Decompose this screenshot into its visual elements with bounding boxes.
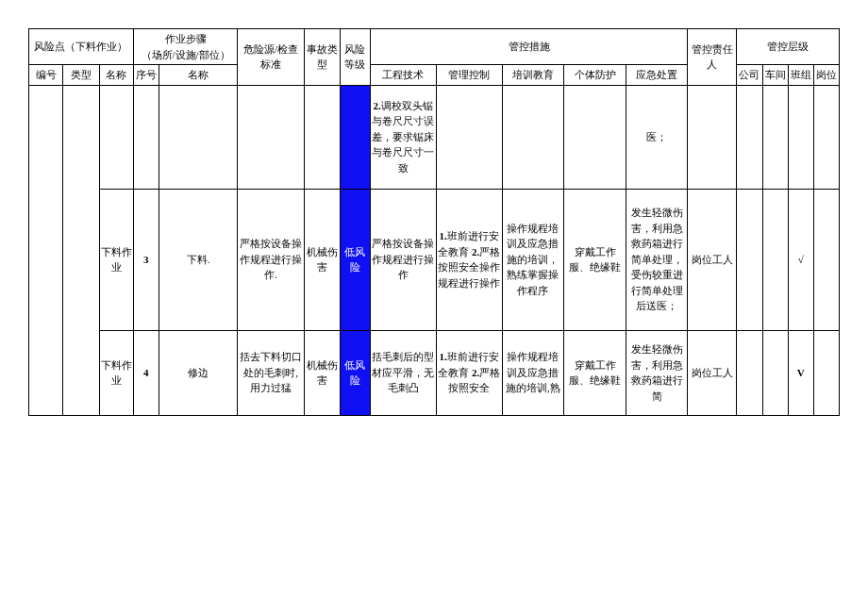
hdr-company: 公司 [737, 65, 762, 86]
cell-hazard: 严格按设备操作规程进行操作. [238, 189, 304, 330]
cell-name: 下料作业 [99, 189, 133, 330]
hdr-step: 作业步骤 （场所/设施/部位） [133, 29, 238, 65]
hdr-eng: 工程技术 [370, 65, 436, 86]
hdr-step-name: 名称 [159, 65, 238, 86]
hdr-train: 培训教育 [502, 65, 564, 86]
cell-team: √ [788, 189, 813, 330]
table-row: 2.调校双头锯与卷尺尺寸误差，要求锯床与卷尺尺寸一致 医； [29, 85, 840, 189]
hdr-measures: 管控措施 [370, 29, 688, 65]
hdr-ppe: 个体防护 [564, 65, 626, 86]
cell-team [788, 85, 813, 189]
hdr-emer: 应急处置 [626, 65, 688, 86]
hdr-risk-point: 风险点（下料作业） [29, 29, 134, 65]
cell-name [99, 85, 133, 189]
hdr-post: 岗位 [813, 65, 839, 86]
hdr-workshop: 车间 [762, 65, 788, 86]
hdr-mgmt: 管理控制 [436, 65, 502, 86]
cell-resp: 岗位工人 [688, 189, 737, 330]
cell-team: V [788, 330, 813, 415]
cell-train [502, 85, 564, 189]
cell-step: 下料. [159, 189, 238, 330]
cell-mgmt: 1.班前进行安全教育 2.严格按照安全 [436, 330, 502, 415]
hdr-type: 类型 [63, 65, 99, 86]
cell-ppe: 穿戴工作服、绝缘鞋 [564, 330, 626, 415]
cell-mgmt [436, 85, 502, 189]
table-row: 下料作业 4 修边 括去下料切口处的毛刺时,用力过猛 机械伤害 低风险 括毛刺后… [29, 330, 840, 415]
cell-step [159, 85, 238, 189]
cell-risk [340, 85, 370, 189]
cell-eng: 括毛刺后的型材应平滑，无毛刺凸 [370, 330, 436, 415]
hdr-responsible: 管控责任人 [688, 29, 737, 86]
cell-mgmt: 1.班前进行安全教育 2.严格按照安全操作规程进行操作 [436, 189, 502, 330]
table-row: 下料作业 3 下料. 严格按设备操作规程进行操作. 机械伤害 低风险 严格按设备… [29, 189, 840, 330]
cell-name: 下料作业 [99, 330, 133, 415]
cell-accident: 机械伤害 [304, 189, 340, 330]
cell-accident: 机械伤害 [304, 330, 340, 415]
cell-resp [688, 85, 737, 189]
cell-risk: 低风险 [340, 330, 370, 415]
hdr-team: 班组 [788, 65, 813, 86]
cell-post [813, 330, 839, 415]
cell-step: 修边 [159, 330, 238, 415]
hdr-hazard: 危险源/检查标准 [238, 29, 304, 86]
cell-hazard [238, 85, 304, 189]
cell-workshop [762, 85, 788, 189]
cell-ppe: 穿戴工作服、绝缘鞋 [564, 189, 626, 330]
cell-emer: 发生轻微伤害，利用急救药箱进行简 [626, 330, 688, 415]
hdr-control-level: 管控层级 [737, 29, 840, 65]
cell-risk: 低风险 [340, 189, 370, 330]
cell-emer: 发生轻微伤害，利用急救药箱进行简单处理，受伤较重进行简单处理后送医； [626, 189, 688, 330]
cell-eng: 2.调校双头锯与卷尺尺寸误差，要求锯床与卷尺尺寸一致 [370, 85, 436, 189]
cell-post [813, 189, 839, 330]
cell-resp: 岗位工人 [688, 330, 737, 415]
cell-train: 操作规程培训及应急措施的培训,熟 [502, 330, 564, 415]
cell-seq: 3 [133, 189, 159, 330]
cell-workshop [762, 189, 788, 330]
cell-company [737, 330, 762, 415]
hdr-risk-level: 风险等级 [340, 29, 370, 86]
cell-eng: 严格按设备操作规程进行操作 [370, 189, 436, 330]
cell-company [737, 189, 762, 330]
cell-post [813, 85, 839, 189]
cell-train: 操作规程培训及应急措施的培训，熟练掌握操作程序 [502, 189, 564, 330]
cell-workshop [762, 330, 788, 415]
cell-emer: 医； [626, 85, 688, 189]
hdr-no: 编号 [29, 65, 63, 86]
cell-ppe [564, 85, 626, 189]
cell-accident [304, 85, 340, 189]
risk-table: 风险点（下料作业） 作业步骤 （场所/设施/部位） 危险源/检查标准 事故类型 … [28, 28, 840, 416]
cell-seq: 4 [133, 330, 159, 415]
cell-hazard: 括去下料切口处的毛刺时,用力过猛 [238, 330, 304, 415]
hdr-accident: 事故类型 [304, 29, 340, 86]
cell-seq [133, 85, 159, 189]
cell-type [63, 85, 99, 415]
hdr-seq: 序号 [133, 65, 159, 86]
cell-company [737, 85, 762, 189]
hdr-name: 名称 [99, 65, 133, 86]
cell-no [29, 85, 63, 415]
